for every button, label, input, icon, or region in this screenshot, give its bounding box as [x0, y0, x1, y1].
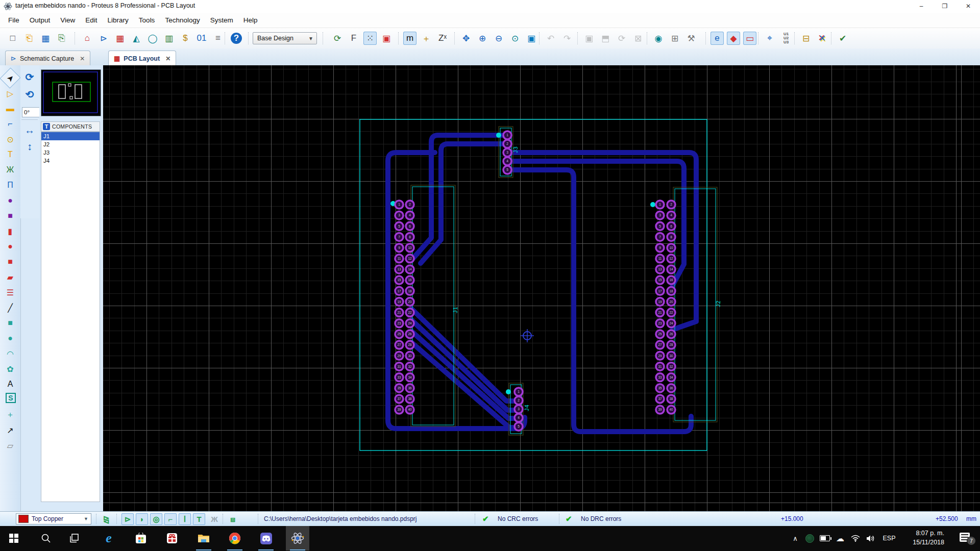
snap-to-pads-icon[interactable]: ◆ [727, 32, 740, 45]
rotate-clockwise-icon[interactable]: ⟳ [22, 70, 37, 84]
tab-pcb-layout[interactable]: ▦ PCB Layout ✕ [108, 51, 176, 66]
open-project-icon[interactable]: ⎗ [22, 32, 36, 45]
rotate-anticlockwise-icon[interactable]: ⟲ [22, 88, 37, 101]
auto-placer-icon[interactable]: ⊟ [799, 32, 813, 45]
wifi-icon[interactable] [848, 526, 863, 550]
grid-toggle-icon[interactable]: ⁙ [363, 32, 377, 45]
board-edge-icon[interactable]: ▱ [3, 439, 17, 452]
design-explorer-icon[interactable]: ▥ [162, 32, 176, 45]
search-button[interactable] [34, 526, 58, 550]
dimension-icon[interactable]: ↗ [3, 423, 17, 437]
ratsnest-filter-icon[interactable]: Ж [208, 513, 220, 525]
battery-icon[interactable] [818, 526, 832, 550]
circle-smt-pad-icon[interactable]: ● [3, 240, 17, 253]
redraw-icon[interactable]: ⟳ [331, 32, 344, 45]
make-package-icon[interactable]: ⊞ [668, 32, 681, 45]
flip-horizontal-icon[interactable]: ↔ [22, 123, 37, 137]
zoom-in-icon[interactable]: ⊕ [476, 32, 489, 45]
design-selector-dropdown[interactable]: Base Design ▼ [253, 32, 317, 44]
3d-visualizer-icon[interactable]: ◭ [130, 32, 143, 45]
package-mode-icon[interactable]: ▬ [3, 102, 17, 115]
selection-tool-icon[interactable]: ➤ [1, 68, 20, 88]
marker-icon[interactable]: ＋ [3, 408, 17, 421]
start-button[interactable] [2, 526, 26, 550]
new-project-icon[interactable]: □ [6, 32, 19, 45]
edge-icon[interactable]: e [97, 526, 120, 550]
layer-selector-dropdown[interactable]: Top Copper ▼ [16, 513, 91, 524]
pad-filter-icon[interactable]: ◗ [136, 513, 148, 525]
component-list-item-j2[interactable]: J2 [41, 140, 100, 148]
square-pad-icon[interactable]: ■ [3, 209, 17, 222]
language-indicator[interactable]: ESP [880, 526, 898, 550]
schematic-capture-icon[interactable]: ⊳ [97, 32, 110, 45]
home-page-icon[interactable]: ⌂ [81, 32, 94, 45]
auto-trace-style-icon[interactable]: e [710, 32, 724, 45]
chrome-icon[interactable] [223, 526, 247, 550]
component-filter-icon[interactable]: ⊳ [121, 513, 134, 525]
menu-technology[interactable]: Technology [160, 14, 205, 26]
box-graphic-icon[interactable]: ■ [3, 316, 17, 330]
symbol-graphic-icon[interactable]: S [6, 393, 16, 403]
menu-output[interactable]: Output [24, 14, 56, 26]
false-origin-icon[interactable]: Zˣ [436, 32, 449, 45]
path-graphic-icon[interactable]: ✿ [3, 362, 17, 375]
menu-help[interactable]: Help [238, 14, 263, 26]
layer-flip-icon[interactable]: ⧎ [100, 513, 112, 525]
donut-filter-icon[interactable]: ◎ [150, 513, 162, 525]
menu-library[interactable]: Library [103, 14, 134, 26]
proteus-icon[interactable] [286, 526, 309, 550]
pcb-canvas[interactable]: 1234567891011121314151617181920212223242… [103, 65, 980, 511]
round-pad-icon[interactable]: ● [3, 194, 17, 207]
project-notes-icon[interactable]: ≡ [211, 32, 225, 45]
gift-app-icon[interactable] [160, 526, 184, 550]
design-overview-minimap[interactable] [41, 69, 101, 116]
component-list-item-j3[interactable]: J3 [41, 148, 100, 157]
layer-pairs-icon[interactable]: ▣ [380, 32, 393, 45]
component-list-item-j1[interactable]: J1 [41, 132, 100, 140]
metric-units-icon[interactable]: m [403, 32, 416, 45]
trace-filter-icon[interactable]: ⌐ [164, 513, 177, 525]
source-code-icon[interactable]: 01 [195, 32, 208, 45]
gerber-viewer-icon[interactable]: ◯ [146, 32, 159, 45]
minimize-button[interactable]: – [910, 0, 933, 13]
rotation-angle-field[interactable]: 0° [22, 107, 40, 117]
component-mode-icon[interactable]: ▷ [3, 87, 17, 100]
rect-smt-pad-icon[interactable]: ■ [3, 255, 17, 268]
component-tags-icon[interactable]: U1U2U3 [779, 32, 793, 45]
menu-view[interactable]: View [55, 14, 80, 26]
save-project-icon[interactable]: ▦ [39, 32, 52, 45]
connectivity-mode-icon[interactable]: Π [3, 179, 17, 192]
tray-chevron-icon[interactable]: ∧ [789, 526, 802, 550]
arc-graphic-icon[interactable]: ◠ [3, 347, 17, 360]
file-explorer-icon[interactable] [192, 526, 215, 550]
block-select-icon[interactable]: ⧈ [227, 513, 239, 525]
ratsnest-mode-icon[interactable]: Ж [3, 163, 17, 177]
pcb-layout-icon[interactable]: ▦ [113, 32, 127, 45]
store-icon[interactable] [129, 526, 153, 550]
task-view-button[interactable] [63, 526, 87, 550]
volume-icon[interactable] [864, 526, 878, 550]
line-graphic-icon[interactable]: ╱ [3, 301, 17, 314]
padstack-icon[interactable]: ☰ [3, 286, 17, 299]
menu-system[interactable]: System [205, 14, 238, 26]
action-center-icon[interactable]: 7 [960, 532, 973, 543]
zoom-area-icon[interactable]: ▣ [525, 32, 538, 45]
design-rule-manager-icon[interactable]: ✔ [836, 32, 849, 45]
close-tab-icon[interactable]: ✕ [165, 55, 170, 62]
bill-of-materials-icon[interactable]: $ [179, 32, 192, 45]
clock[interactable]: 8:07 p. m. 15/11/2018 [897, 529, 944, 547]
discord-icon[interactable] [254, 526, 278, 550]
trace-angle-lock-icon[interactable]: ▭ [743, 32, 756, 45]
search-components-icon[interactable]: ⌖ [763, 32, 776, 45]
via-filter-icon[interactable]: Ⅰ [179, 513, 191, 525]
zoom-all-icon[interactable]: ⊙ [508, 32, 522, 45]
polygon-smt-pad-icon[interactable]: ▰ [3, 270, 17, 284]
dil-pad-icon[interactable]: ▮ [3, 224, 17, 238]
via-mode-icon[interactable]: ⊙ [3, 133, 17, 146]
close-tab-icon[interactable]: ✕ [80, 55, 85, 62]
menu-file[interactable]: File [3, 14, 24, 26]
onedrive-cloud-icon[interactable]: ☁ [834, 526, 847, 550]
menu-edit[interactable]: Edit [80, 14, 102, 26]
trace-mode-icon[interactable]: ⌐ [3, 117, 17, 131]
verify-tools-icon[interactable]: ⚒ [684, 32, 698, 45]
